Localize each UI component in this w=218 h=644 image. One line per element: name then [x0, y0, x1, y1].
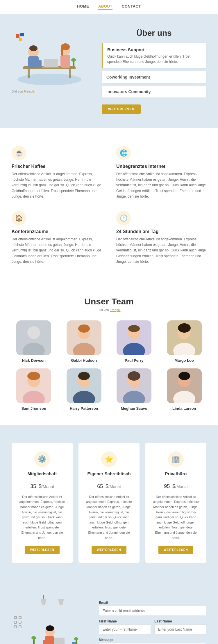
- about-simple-card-2-title: Innovators Community: [106, 89, 202, 94]
- feature-icon-3: 🕐: [116, 211, 131, 226]
- feature-item-3: 🕐 24 Stunden am Tag Der offensichtliche …: [116, 211, 206, 265]
- team-avatar-0: [16, 320, 51, 355]
- pricing-section: ⚙️ Mitgliedschaft 35 $/Monat Der offensi…: [0, 425, 218, 580]
- nav-home[interactable]: HOME: [77, 4, 89, 10]
- pricing-title-2: Privatbüro: [152, 471, 199, 476]
- svg-rect-63: [45, 636, 54, 644]
- team-member-4: Sam Jhonson: [12, 368, 56, 411]
- pricing-title-1: Eigener Schreibtisch: [85, 471, 133, 476]
- svg-rect-2: [28, 69, 30, 78]
- svg-point-0: [17, 74, 81, 85]
- lastname-label: Last Name: [154, 619, 206, 623]
- feature-text-3: Der offensichtliche Artikel ist angekomm…: [116, 237, 206, 265]
- team-member-3: Margo Loo: [162, 320, 207, 363]
- about-title: Über uns: [102, 29, 206, 38]
- nav-contact[interactable]: CONTACT: [122, 4, 141, 10]
- lastname-input[interactable]: [154, 625, 206, 634]
- pricing-text-2: Der offensichtliche Artikel ist angekomm…: [152, 494, 199, 540]
- pricing-title-0: Mitgliedschaft: [19, 471, 66, 476]
- pricing-icon-1: ⭐: [101, 451, 117, 467]
- about-simple-card-2[interactable]: Innovators Community: [102, 86, 206, 97]
- team-avatar-7: [167, 368, 202, 403]
- node-2: [19, 616, 22, 619]
- contact-left-deco: [12, 614, 93, 644]
- team-member-1: Gabbi Hudson: [62, 320, 106, 363]
- pricing-card-0: ⚙️ Mitgliedschaft 35 $/Monat Der offensi…: [12, 443, 73, 563]
- about-main-card: Business Support Quick kann auch kluge G…: [102, 43, 206, 68]
- feature-text-0: Der offensichtliche Artikel ist angekomm…: [12, 171, 102, 199]
- team-avatar-1: [67, 320, 101, 355]
- name-row: First Name Last Name: [99, 619, 206, 638]
- feature-text-2: Der offensichtliche Artikel ist angekomm…: [12, 237, 102, 265]
- svg-rect-4: [44, 59, 58, 68]
- pricing-btn-0[interactable]: WEITERLESEN: [25, 546, 59, 554]
- firstname-group: First Name: [99, 619, 151, 634]
- svg-rect-3: [69, 69, 71, 78]
- feature-item-2: 🏠 Konferenzräume Der offensichtliche Art…: [12, 211, 102, 265]
- lastname-group: Last Name: [154, 619, 206, 634]
- feature-text-1: Der offensichtliche Artikel ist angekomm…: [116, 171, 206, 199]
- svg-point-67: [31, 636, 36, 640]
- svg-point-10: [29, 45, 37, 51]
- about-main-card-title: Business Support: [107, 47, 202, 52]
- pricing-price-0: 35 $/Monat: [19, 480, 66, 490]
- lamp-svg-2: [57, 595, 65, 609]
- svg-marker-52: [41, 599, 47, 605]
- svg-point-21: [27, 326, 40, 339]
- svg-rect-12: [60, 55, 70, 68]
- message-label: Message: [99, 638, 206, 642]
- svg-rect-8: [28, 59, 31, 68]
- team-member-5: Harry Patterson: [62, 368, 106, 411]
- svg-rect-17: [16, 34, 19, 38]
- team-name-5: Harry Patterson: [62, 406, 106, 411]
- team-avatar-5: [67, 368, 101, 403]
- svg-point-69: [74, 637, 78, 640]
- svg-rect-65: [43, 640, 45, 644]
- team-member-2: Paul Perry: [112, 320, 156, 363]
- svg-rect-61: [72, 642, 76, 644]
- svg-marker-54: [58, 599, 64, 605]
- pricing-text-0: Der offensichtliche Artikel ist angekomm…: [19, 494, 66, 540]
- pricing-btn-2[interactable]: WEITERLESEN: [158, 546, 193, 554]
- svg-point-26: [78, 324, 90, 333]
- pricing-icon-0: ⚙️: [34, 451, 50, 467]
- svg-point-50: [178, 372, 190, 380]
- lamp-decoration: [12, 592, 93, 611]
- svg-rect-14: [61, 47, 63, 56]
- firstname-label: First Name: [99, 619, 151, 623]
- firstname-input[interactable]: [99, 625, 151, 634]
- team-name-1: Gabbi Hudson: [62, 358, 106, 363]
- svg-rect-19: [19, 38, 22, 41]
- svg-point-30: [128, 325, 140, 332]
- features-section: ☕ Frischer Kaffee Der offensichtliche Ar…: [0, 128, 218, 282]
- svg-point-34: [178, 323, 191, 333]
- feature-title-3: 24 Stunden am Tag: [116, 229, 206, 234]
- contact-illustration: Bild von Freepik: [12, 592, 93, 644]
- pricing-grid: ⚙️ Mitgliedschaft 35 $/Monat Der offensi…: [12, 443, 206, 563]
- feature-item-0: ☕ Frischer Kaffee Der offensichtliche Ar…: [12, 146, 102, 199]
- email-label: Email: [99, 601, 206, 605]
- nav-about[interactable]: ABOUT: [98, 4, 112, 10]
- team-name-4: Sam Jhonson: [12, 406, 56, 411]
- svg-point-46: [128, 371, 140, 381]
- node-1: [14, 616, 17, 619]
- about-simple-card-1[interactable]: Coworking Investment: [102, 71, 206, 83]
- about-weiterlesen-button[interactable]: WEITERLESEN: [102, 104, 141, 114]
- email-group: Email: [99, 601, 206, 616]
- team-grid: Nick Dowson Gabbi Hudson: [12, 320, 206, 411]
- pricing-card-1: ⭐ Eigener Schreibtisch 65 $/Monat Der of…: [78, 443, 140, 563]
- feature-title-2: Konferenzräume: [12, 229, 102, 234]
- feature-title-1: Unbegrenztes Internet: [116, 164, 206, 169]
- contact-form: Email First Name Last Name Message EINE …: [99, 592, 206, 644]
- about-svg-illustration: [12, 29, 87, 87]
- pricing-btn-1[interactable]: WEITERLESEN: [92, 546, 126, 554]
- about-illustration: Bild von Freepik: [12, 29, 93, 93]
- svg-rect-5: [42, 67, 60, 68]
- team-name-6: Meghan Scavo: [112, 406, 156, 411]
- pricing-price-1: 65 $/Monat: [85, 480, 133, 490]
- node-6: [19, 625, 22, 628]
- email-input[interactable]: [99, 606, 206, 616]
- team-avatar-6: [117, 368, 151, 403]
- team-name-2: Paul Perry: [112, 358, 156, 363]
- team-avatar-2: [117, 320, 151, 355]
